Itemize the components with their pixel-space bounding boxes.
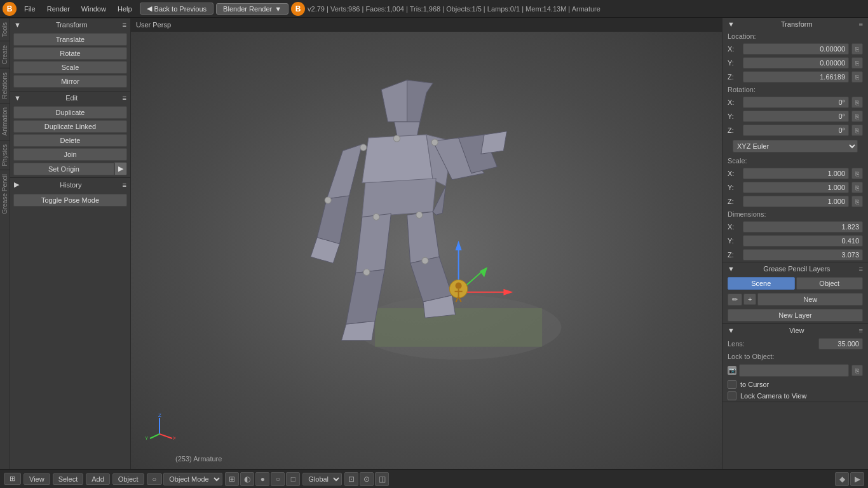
to-cursor-checkbox[interactable] (728, 380, 736, 389)
scale-z-input[interactable] (743, 196, 849, 207)
play-icon[interactable]: ▶ (850, 472, 864, 486)
grease-pencil-header[interactable]: ▼ Grease Pencil Layers ≡ (722, 262, 868, 275)
rotation-z-input[interactable] (743, 125, 849, 136)
euler-mode-row: XYZ Euler (722, 137, 868, 155)
edit-arrow: ▼ (14, 94, 21, 102)
svg-point-38 (456, 283, 462, 289)
location-y-copy[interactable]: ⎘ (851, 57, 863, 69)
right-transform-header[interactable]: ▼ Transform ≡ (722, 18, 868, 30)
global-select[interactable]: Global (302, 473, 342, 485)
edit-section-header[interactable]: ▼ Edit ≡ (10, 91, 130, 104)
render-icon[interactable]: ◐ (240, 472, 254, 486)
small-icon-btn[interactable]: ⊞ (4, 473, 21, 485)
menu-render[interactable]: Render (42, 4, 75, 14)
toggle-pose-button[interactable]: Toggle Pose Mode (13, 194, 127, 207)
location-y-label: Y: (728, 59, 740, 67)
tab-tools[interactable]: Tools (0, 18, 10, 41)
tab-create[interactable]: Create (0, 41, 10, 68)
set-origin-group: Set Origin ▶ (13, 162, 127, 175)
location-z-copy[interactable]: ⎘ (851, 71, 863, 83)
mode-select[interactable]: Object Mode (163, 473, 222, 485)
scale-label: Scale: (722, 155, 868, 166)
view-menu-btn[interactable]: View (24, 473, 50, 485)
dim-x-input[interactable] (743, 221, 863, 233)
lens-input[interactable] (818, 338, 863, 349)
svg-point-21 (393, 135, 400, 142)
scale-x-copy[interactable]: ⎘ (851, 168, 863, 179)
snap-icons: ⊡ ⊙ ◫ (344, 472, 389, 486)
translate-button[interactable]: Translate (13, 33, 127, 46)
svg-marker-34 (480, 267, 487, 277)
pencil-add-icon[interactable]: + (743, 294, 756, 305)
solid-icon[interactable]: ● (255, 472, 269, 486)
mask-icon[interactable]: ◫ (375, 472, 389, 486)
scale-y-input[interactable] (743, 182, 849, 193)
set-origin-dropdown[interactable]: ▶ (114, 162, 127, 175)
select-menu-btn[interactable]: Select (53, 473, 84, 485)
menu-help[interactable]: Help (112, 4, 137, 14)
top-bar: B File Render Window Help ◀ Back to Prev… (0, 0, 868, 18)
scale-y-copy[interactable]: ⎘ (851, 182, 863, 193)
object-button[interactable]: Object (796, 277, 864, 290)
scene-button[interactable]: Scene (728, 277, 795, 290)
transform-section-header[interactable]: ▼ Transform ≡ (10, 18, 130, 31)
delete-button[interactable]: Delete (13, 134, 127, 147)
tab-relations[interactable]: Relations (0, 68, 10, 103)
right-panel: ▼ Transform ≡ Location: X: ⎘ Y: ⎘ Z: ⎘ (722, 18, 868, 469)
new-layer-button[interactable]: New Layer (728, 309, 863, 322)
euler-mode-select[interactable]: XYZ Euler (733, 140, 858, 152)
tab-physics[interactable]: Physics (0, 140, 10, 170)
location-z-input[interactable] (743, 71, 849, 83)
viewport[interactable]: User Persp (131, 18, 722, 469)
layers-icon[interactable]: ⊞ (225, 472, 239, 486)
duplicate-button[interactable]: Duplicate (13, 106, 127, 119)
texture-icon[interactable]: □ (286, 472, 300, 486)
wire-icon[interactable]: ○ (271, 472, 285, 486)
tab-animation[interactable]: Animation (0, 103, 10, 139)
rotation-x-input[interactable] (743, 97, 849, 108)
object-menu-btn[interactable]: Object (112, 473, 144, 485)
blender-logo: B (3, 2, 17, 16)
viewport-canvas[interactable]: Z X Y (253) Armature (131, 32, 722, 469)
bottom-bar: ⊞ View Select Add Object ○ Object Mode ⊞… (0, 469, 868, 488)
back-button[interactable]: ◀ Back to Previous (140, 3, 214, 15)
history-section-header[interactable]: ▶ History ≡ (10, 177, 130, 191)
location-x-copy[interactable]: ⎘ (851, 43, 863, 55)
svg-point-26 (416, 212, 423, 218)
add-menu-btn[interactable]: Add (86, 473, 110, 485)
mirror-button[interactable]: Mirror (13, 75, 127, 88)
tab-grease-pencil[interactable]: Grease Pencil (0, 170, 10, 218)
pencil-edit-icon[interactable]: ✏ (728, 294, 742, 306)
main-area: Tools Create Relations Animation Physics… (0, 18, 868, 469)
history-label: History (60, 181, 81, 189)
lock-object-copy[interactable]: ⎘ (851, 365, 863, 376)
dim-y-input[interactable] (743, 235, 863, 247)
join-button[interactable]: Join (13, 148, 127, 161)
location-y-input[interactable] (743, 57, 849, 69)
render-button[interactable]: Blender Render ▼ (216, 3, 288, 15)
duplicate-linked-button[interactable]: Duplicate Linked (13, 120, 127, 133)
keyframe-icon[interactable]: ◆ (835, 472, 849, 486)
lock-camera-checkbox[interactable] (728, 391, 736, 400)
scale-x-input[interactable] (743, 168, 849, 179)
rotate-button[interactable]: Rotate (13, 47, 127, 60)
svg-marker-7 (327, 144, 362, 199)
proportional-icon[interactable]: ⊙ (360, 472, 374, 486)
new-button[interactable]: New (757, 293, 863, 306)
lock-object-input[interactable] (739, 364, 849, 377)
location-y-row: Y: ⎘ (722, 56, 868, 70)
scale-x-row: X: ⎘ (722, 166, 868, 180)
scale-z-copy[interactable]: ⎘ (851, 196, 863, 207)
view-header[interactable]: ▼ View ≡ (722, 324, 868, 337)
rotation-z-copy[interactable]: ⎘ (851, 125, 863, 136)
rotation-x-copy[interactable]: ⎘ (851, 97, 863, 108)
rotation-y-input[interactable] (743, 111, 849, 122)
dim-z-input[interactable] (743, 249, 863, 261)
set-origin-button[interactable]: Set Origin (13, 163, 114, 175)
scale-button[interactable]: Scale (13, 61, 127, 74)
menu-window[interactable]: Window (76, 4, 111, 14)
rotation-y-copy[interactable]: ⎘ (851, 111, 863, 122)
location-x-input[interactable] (743, 43, 849, 55)
snap-icon[interactable]: ⊡ (344, 472, 358, 486)
menu-file[interactable]: File (19, 4, 41, 14)
